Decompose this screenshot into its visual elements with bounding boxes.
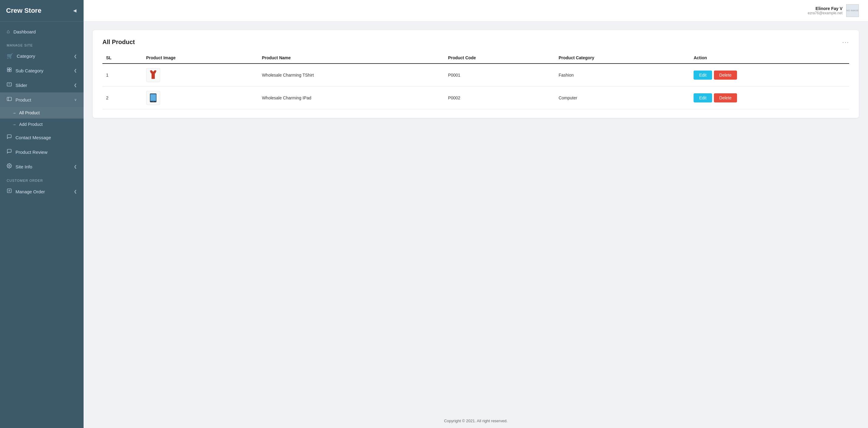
chevron-right-icon: ❮ [74, 164, 77, 169]
svg-point-15 [153, 101, 153, 102]
sidebar-item-label: Sub Category [16, 68, 43, 73]
table-header-row: SL Product Image Product Name Product Co… [102, 52, 849, 64]
sidebar-item-add-product[interactable]: → Add Product [0, 119, 84, 130]
col-sl: SL [102, 52, 143, 64]
svg-rect-6 [7, 97, 11, 101]
cell-action: EditDelete [690, 64, 849, 87]
sidebar-item-slider[interactable]: Slider ❮ [0, 78, 84, 92]
topbar: Elinore Fay V ezra76@example.net NO IMAG… [84, 0, 868, 22]
customer-order-label: CUSTOMER ORDER [0, 174, 84, 184]
sidebar: Crew Store ◄ ⌂ Dashboard MANAGE SITE 🛒 C… [0, 0, 84, 428]
svg-rect-4 [7, 83, 11, 86]
user-email: ezra76@example.net [808, 11, 842, 15]
cell-product-code: P0002 [444, 87, 555, 110]
table-row: 1 Wholesale Charming TShirtP0001FashionE… [102, 64, 849, 87]
more-options-button[interactable]: ··· [842, 39, 849, 45]
user-details: Elinore Fay V ezra76@example.net [808, 6, 842, 15]
cell-product-code: P0001 [444, 64, 555, 87]
main-area: Elinore Fay V ezra76@example.net NO IMAG… [84, 0, 868, 428]
sidebar-item-label: Product [16, 97, 31, 102]
cart-icon: 🛒 [7, 53, 13, 59]
col-product-name: Product Name [258, 52, 445, 64]
table-row: 2 Wholesale Charming IPadP0002ComputerEd… [102, 87, 849, 110]
delete-button[interactable]: Delete [714, 93, 737, 102]
col-action: Action [690, 52, 849, 64]
product-thumbnail [146, 91, 160, 105]
sidebar-item-label: Dashboard [13, 29, 36, 34]
sidebar-item-label: Category [17, 54, 35, 59]
sidebar-item-label: Contact Message [16, 135, 51, 140]
cell-sl: 1 [102, 64, 143, 87]
sidebar-item-contact-message[interactable]: Contact Message [0, 130, 84, 145]
products-table: SL Product Image Product Name Product Co… [102, 52, 849, 110]
cell-product-name: Wholesale Charming TShirt [258, 64, 445, 87]
order-icon [7, 188, 12, 195]
slider-icon [7, 82, 12, 88]
card-header: All Product ··· [102, 39, 849, 45]
sidebar-item-label: Slider [16, 83, 27, 88]
settings-icon [7, 163, 12, 170]
user-name: Elinore Fay V [808, 6, 842, 11]
sidebar-item-all-product[interactable]: → All Product [0, 107, 84, 119]
svg-rect-14 [150, 94, 156, 101]
avatar-text: NO IMAGE [846, 9, 859, 12]
edit-button[interactable]: Edit [693, 93, 712, 102]
sidebar-item-label: Site Info [16, 164, 32, 169]
chevron-right-icon: ❮ [74, 68, 77, 73]
sidebar-item-label: Manage Order [16, 189, 45, 194]
sidebar-toggle-button[interactable]: ◄ [72, 8, 78, 14]
col-product-image: Product Image [143, 52, 258, 64]
sidebar-sub-item-label: Add Product [19, 122, 42, 127]
chevron-right-icon: ❮ [74, 83, 77, 87]
product-icon [7, 96, 12, 103]
sidebar-header: Crew Store ◄ [0, 0, 84, 22]
cell-sl: 2 [102, 87, 143, 110]
sidebar-item-product[interactable]: Product ∨ [0, 92, 84, 107]
sidebar-item-manage-order[interactable]: Manage Order ❮ [0, 184, 84, 199]
footer: Copyright © 2021. All right reserved. [84, 414, 868, 428]
product-thumbnail [146, 68, 160, 82]
svg-point-8 [8, 165, 10, 166]
chevron-right-icon: ❮ [74, 54, 77, 58]
sidebar-item-dashboard[interactable]: ⌂ Dashboard [0, 25, 84, 39]
user-info: Elinore Fay V ezra76@example.net NO IMAG… [808, 4, 859, 17]
tag-icon [7, 67, 12, 74]
svg-rect-2 [7, 70, 9, 72]
arrow-right-icon: → [12, 122, 16, 127]
sidebar-nav: ⌂ Dashboard MANAGE SITE 🛒 Category ❮ Sub… [0, 22, 84, 428]
sidebar-title: Crew Store [6, 7, 41, 14]
sidebar-item-category[interactable]: 🛒 Category ❮ [0, 49, 84, 63]
cell-product-name: Wholesale Charming IPad [258, 87, 445, 110]
chevron-down-icon: ∨ [74, 98, 77, 102]
content-area: All Product ··· SL Product Image Product… [84, 22, 868, 414]
delete-button[interactable]: Delete [714, 70, 737, 80]
svg-rect-3 [9, 70, 11, 72]
message-icon [7, 134, 12, 141]
cell-action: EditDelete [690, 87, 849, 110]
svg-rect-0 [7, 68, 9, 70]
svg-marker-10 [150, 70, 157, 79]
sidebar-sub-item-label: All Product [19, 110, 40, 115]
cell-product-image [143, 87, 258, 110]
col-product-code: Product Code [444, 52, 555, 64]
edit-button[interactable]: Edit [693, 70, 712, 80]
sidebar-item-product-review[interactable]: Product Review [0, 145, 84, 159]
sidebar-item-sub-category[interactable]: Sub Category ❮ [0, 63, 84, 78]
arrow-right-icon: → [12, 111, 16, 115]
col-product-category: Product Category [555, 52, 690, 64]
svg-rect-1 [9, 68, 11, 70]
cell-product-category: Fashion [555, 64, 690, 87]
footer-text: Copyright © 2021. All right reserved. [444, 419, 507, 423]
sidebar-item-site-info[interactable]: Site Info ❮ [0, 159, 84, 174]
review-icon [7, 149, 12, 155]
cell-product-image [143, 64, 258, 87]
sidebar-item-label: Product Review [16, 150, 48, 155]
cell-product-category: Computer [555, 87, 690, 110]
avatar: NO IMAGE [846, 4, 859, 17]
chevron-right-icon: ❮ [74, 189, 77, 194]
manage-site-label: MANAGE SITE [0, 39, 84, 49]
home-icon: ⌂ [7, 29, 10, 35]
page-title: All Product [102, 39, 135, 45]
product-card: All Product ··· SL Product Image Product… [93, 30, 859, 118]
